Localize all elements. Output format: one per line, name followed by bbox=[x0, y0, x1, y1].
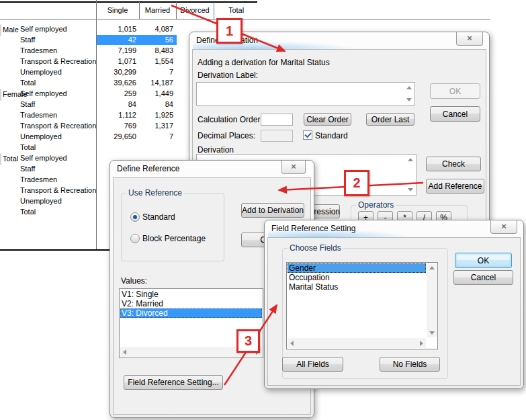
standard-radio-label: Standard bbox=[142, 212, 175, 222]
cell-value: 42 bbox=[97, 35, 136, 45]
order-last-button[interactable]: Order Last bbox=[366, 113, 414, 126]
row-label: Total bbox=[20, 207, 36, 217]
scroll-up-icon[interactable] bbox=[408, 158, 413, 161]
use-reference-group-label: Use Reference bbox=[126, 188, 184, 198]
list-item[interactable]: V2: Married bbox=[120, 299, 262, 308]
all-fields-button[interactable]: All Fields bbox=[282, 357, 343, 372]
list-item[interactable]: Marital Status bbox=[288, 282, 426, 292]
scroll-down-icon[interactable] bbox=[429, 331, 435, 335]
decimal-places-input[interactable] bbox=[261, 130, 293, 142]
close-icon[interactable]: × bbox=[456, 32, 483, 46]
close-icon[interactable]: × bbox=[281, 161, 306, 174]
column-header-married[interactable]: Married bbox=[139, 6, 176, 14]
row-label: Staff bbox=[20, 99, 35, 110]
cell-value: 30,299 bbox=[97, 67, 136, 77]
step-1-badge: 1 bbox=[216, 18, 243, 44]
fields-listbox[interactable]: GenderOccupationMarital Status bbox=[286, 262, 438, 349]
check-button[interactable]: Check bbox=[426, 157, 481, 171]
use-reference-group: Use Reference bbox=[121, 193, 224, 261]
scroll-up-icon[interactable] bbox=[429, 266, 435, 269]
list-item[interactable]: V1: Single bbox=[120, 290, 262, 299]
derivation-label-caption: Derivation Label: bbox=[198, 71, 258, 80]
dialog-body: Choose Fields GenderOccupationMarital St… bbox=[267, 237, 521, 386]
calculation-order-caption: Calculation Order: bbox=[198, 115, 263, 124]
row-label: Self employed bbox=[20, 24, 67, 34]
table-top-line bbox=[0, 1, 257, 3]
list-item[interactable]: Occupation bbox=[288, 273, 426, 282]
row-label: Transport & Recreation bbox=[20, 56, 96, 67]
values-caption: Values: bbox=[121, 276, 147, 286]
row-label: Self employed bbox=[20, 153, 67, 163]
row-label: Tradesmen bbox=[20, 46, 57, 56]
cell-value: 14,187 bbox=[140, 78, 173, 88]
cell-value: 1,071 bbox=[97, 56, 136, 67]
row-label: Transport & Recreation bbox=[20, 185, 96, 196]
cell-value: 39,626 bbox=[97, 78, 136, 88]
cell-value: 4,087 bbox=[140, 24, 173, 34]
row-label: Total bbox=[20, 78, 36, 88]
column-header-total[interactable]: Total bbox=[214, 6, 259, 14]
cell-value: 7 bbox=[140, 67, 173, 77]
cancel-button[interactable]: Cancel bbox=[453, 270, 513, 285]
column-header-single[interactable]: Single bbox=[96, 6, 139, 14]
cancel-button[interactable]: Cancel bbox=[430, 106, 480, 122]
standard-radio[interactable] bbox=[130, 212, 140, 222]
scroll-up-icon[interactable] bbox=[406, 86, 412, 89]
cell-value: 8,483 bbox=[140, 46, 173, 56]
add-reference-button[interactable]: Add Reference bbox=[426, 179, 484, 194]
values-list-items: V1: SingleV2: MarriedV3: Divorced bbox=[120, 290, 262, 318]
intro-text: Adding a derivation for Marital Status bbox=[198, 58, 330, 67]
calculation-order-input[interactable] bbox=[261, 114, 293, 126]
derivation-label-input[interactable] bbox=[196, 82, 415, 106]
cell-value: 1,554 bbox=[140, 56, 173, 67]
cell-value: 1,015 bbox=[97, 24, 136, 34]
standard-checkbox[interactable] bbox=[303, 130, 312, 140]
clear-order-button[interactable]: Clear Order bbox=[304, 113, 351, 126]
row-label: Unemployed bbox=[20, 67, 62, 77]
row-label: Self employed bbox=[20, 89, 67, 99]
ok-button[interactable]: OK bbox=[430, 83, 480, 99]
cell-value: 7,199 bbox=[97, 46, 136, 56]
fields-list-items: GenderOccupationMarital Status bbox=[288, 263, 426, 292]
cell-value: 1,112 bbox=[97, 110, 136, 120]
edit-scrollbar[interactable] bbox=[404, 83, 414, 104]
list-item[interactable]: V3: Divorced bbox=[120, 308, 262, 318]
edit-scrollbar[interactable] bbox=[405, 155, 415, 194]
cell-value: 259 bbox=[97, 89, 136, 99]
row-label: Tradesmen bbox=[20, 110, 57, 120]
cell-value: 29,650 bbox=[97, 132, 136, 142]
close-icon[interactable]: × bbox=[490, 220, 517, 234]
row-label: Staff bbox=[20, 164, 35, 174]
decimal-places-caption: Decimal Places: bbox=[198, 131, 255, 140]
field-reference-setting-dialog: Field Reference Setting × Choose Fields … bbox=[264, 220, 524, 389]
cell-value: 84 bbox=[97, 99, 136, 110]
cell-value: 56 bbox=[140, 35, 173, 45]
ok-button[interactable]: OK bbox=[455, 253, 512, 268]
cell-value: 7 bbox=[140, 132, 173, 142]
cell-value: 84 bbox=[140, 99, 173, 110]
dialog-title: Define Reference bbox=[117, 164, 179, 173]
row-label: Transport & Recreation bbox=[20, 121, 96, 131]
list-item[interactable]: Gender bbox=[288, 263, 426, 273]
row-label: Staff bbox=[20, 35, 35, 45]
column-header-divorced[interactable]: Divorced bbox=[176, 6, 214, 14]
scroll-left-icon[interactable] bbox=[123, 349, 126, 355]
scroll-down-icon[interactable] bbox=[406, 98, 412, 101]
derivation-section-caption: Derivation bbox=[198, 145, 234, 155]
scroll-right-icon[interactable] bbox=[420, 341, 423, 346]
vertical-scrollbar[interactable] bbox=[427, 263, 437, 337]
cell-value: 1,449 bbox=[140, 89, 173, 99]
block-percentage-radio[interactable] bbox=[130, 234, 140, 243]
operators-group-label: Operators bbox=[356, 200, 396, 210]
field-reference-setting-button[interactable]: Field Reference Setting... bbox=[124, 375, 223, 390]
row-label: Unemployed bbox=[20, 196, 62, 206]
add-to-derivation-button[interactable]: Add to Derivation bbox=[241, 203, 304, 218]
scroll-down-icon[interactable] bbox=[408, 188, 413, 192]
no-fields-button[interactable]: No Fields bbox=[380, 357, 440, 372]
cell-value: 769 bbox=[97, 121, 136, 131]
choose-fields-group-label: Choose Fields bbox=[288, 243, 343, 253]
horizontal-scrollbar[interactable] bbox=[288, 338, 426, 348]
step-3-badge: 3 bbox=[236, 329, 260, 353]
scroll-left-icon[interactable] bbox=[290, 341, 294, 346]
cell-value: 1,925 bbox=[140, 110, 173, 120]
